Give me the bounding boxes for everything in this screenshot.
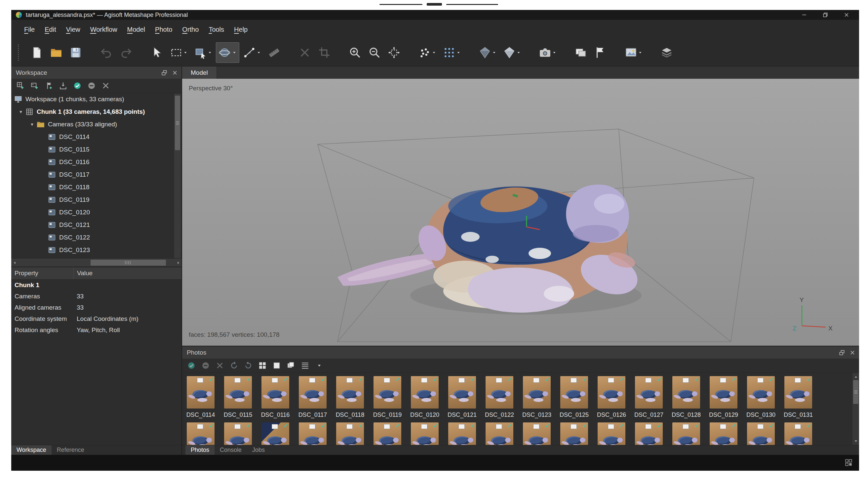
photo-thumbnail-image[interactable]: ✓ bbox=[523, 422, 551, 445]
import-reference-button[interactable] bbox=[57, 80, 70, 92]
caret-down-button[interactable] bbox=[313, 360, 326, 371]
photo-thumb-row2-3[interactable]: ✓ bbox=[261, 422, 290, 445]
photo-thumb-dsc-0123[interactable]: ✓DSC_0123 bbox=[522, 376, 551, 418]
photo-thumb-row2-16[interactable]: ✓ bbox=[746, 422, 775, 445]
photo-thumb-dsc-0120[interactable]: ✓DSC_0120 bbox=[410, 376, 439, 418]
new-project-button[interactable] bbox=[27, 42, 46, 63]
undo-button[interactable] bbox=[97, 42, 116, 63]
photo-thumbnail-image[interactable]: ✓ bbox=[261, 422, 289, 445]
photo-thumbnail-image[interactable]: ✓ bbox=[486, 422, 513, 445]
tree-item-dsc-0114[interactable]: DSC_0114 bbox=[11, 131, 182, 143]
delete-selection-button[interactable] bbox=[296, 42, 314, 63]
minimize-button[interactable] bbox=[794, 10, 815, 20]
photo-thumb-row2-7[interactable]: ✓ bbox=[410, 422, 439, 445]
ruler-button[interactable] bbox=[240, 42, 264, 63]
photos-scroll-thumb[interactable] bbox=[853, 380, 859, 404]
tree-item-dsc-0122[interactable]: DSC_0122 bbox=[11, 231, 182, 244]
photo-thumbnail-image[interactable]: ✓ bbox=[336, 422, 364, 445]
model-viewport[interactable]: Perspective 30° faces: 198,567 vertices:… bbox=[182, 79, 859, 346]
camera-view-button[interactable] bbox=[536, 42, 559, 63]
menu-file[interactable]: File bbox=[19, 26, 40, 33]
photo-thumb-dsc-0117[interactable]: ✓DSC_0117 bbox=[298, 376, 327, 418]
photo-thumbnail-image[interactable]: ✓ bbox=[224, 376, 252, 409]
expander-icon[interactable]: ▾ bbox=[28, 121, 36, 127]
photo-thumb-row2-2[interactable]: ✓ bbox=[223, 422, 252, 445]
disable-item-button[interactable] bbox=[85, 80, 98, 92]
maximize-button[interactable] bbox=[815, 10, 836, 20]
close-panel-button[interactable] bbox=[172, 69, 178, 76]
menu-view[interactable]: View bbox=[61, 26, 85, 33]
tie-points-button[interactable] bbox=[440, 42, 463, 63]
enable-cameras-button[interactable] bbox=[185, 360, 198, 371]
photo-thumbnail-image[interactable]: ✓ bbox=[598, 422, 625, 445]
photo-thumbnail-image[interactable]: ✓ bbox=[336, 376, 364, 409]
tab-photos[interactable]: Photos bbox=[185, 445, 215, 455]
photo-thumbnail-image[interactable]: ✓ bbox=[224, 422, 252, 445]
property-row-rotation-angles[interactable]: Rotation anglesYaw, Pitch, Roll bbox=[11, 325, 182, 336]
tree-item-dsc-0116[interactable]: DSC_0116 bbox=[11, 156, 182, 168]
photo-thumb-dsc-0119[interactable]: ✓DSC_0119 bbox=[373, 376, 402, 418]
photo-thumbnail-image[interactable]: ✓ bbox=[411, 376, 439, 409]
photo-thumb-row2-13[interactable]: ✓ bbox=[634, 422, 663, 445]
photo-thumb-row2-15[interactable]: ✓ bbox=[709, 422, 738, 445]
photo-thumb-dsc-0128[interactable]: ✓DSC_0128 bbox=[672, 376, 701, 418]
scroll-right-arrow-icon[interactable] bbox=[175, 259, 182, 267]
toolbar-drag-handle[interactable] bbox=[18, 44, 22, 61]
rectangle-selection-button[interactable] bbox=[167, 42, 190, 63]
photo-thumb-row2-14[interactable]: ✓ bbox=[672, 422, 701, 445]
details-view-button[interactable] bbox=[299, 360, 312, 371]
move-region-button[interactable] bbox=[191, 42, 215, 63]
menu-help[interactable]: Help bbox=[229, 26, 252, 33]
tree-item-dsc-0117[interactable]: DSC_0117 bbox=[11, 168, 182, 181]
tab-console[interactable]: Console bbox=[215, 445, 247, 455]
tree-item-workspace-1-chunks-33-cameras[interactable]: Workspace (1 chunks, 33 cameras) bbox=[11, 93, 182, 106]
photo-thumb-row2-6[interactable]: ✓ bbox=[373, 422, 402, 445]
photo-thumbnail-image[interactable]: ✓ bbox=[672, 376, 700, 409]
scroll-left-arrow-icon[interactable] bbox=[11, 259, 18, 267]
float-panel-button[interactable] bbox=[839, 349, 845, 356]
photo-thumbnail-image[interactable]: ✓ bbox=[523, 376, 551, 409]
photo-thumbnail-image[interactable]: ✓ bbox=[299, 422, 327, 445]
tree-item-dsc-0119[interactable]: DSC_0119 bbox=[11, 193, 182, 206]
zoom-out-button[interactable] bbox=[365, 42, 384, 63]
photo-thumb-row2-8[interactable]: ✓ bbox=[447, 422, 477, 445]
photo-thumb-row2-1[interactable]: ✓ bbox=[186, 422, 215, 445]
reset-view-button[interactable] bbox=[385, 42, 403, 63]
scroll-down-arrow-icon[interactable] bbox=[852, 437, 859, 445]
photo-thumbnail-image[interactable]: ✓ bbox=[710, 376, 738, 409]
photo-thumbnail-image[interactable]: ✓ bbox=[486, 376, 513, 409]
add-photos-button[interactable] bbox=[28, 80, 41, 92]
photo-thumb-dsc-0121[interactable]: ✓DSC_0121 bbox=[447, 376, 477, 418]
tree-horizontal-scrollbar[interactable] bbox=[11, 259, 182, 267]
photo-thumbnail-image[interactable]: ✓ bbox=[373, 422, 401, 445]
menu-model[interactable]: Model bbox=[122, 26, 150, 33]
navigation-arrow-button[interactable] bbox=[148, 42, 166, 63]
save-project-button[interactable] bbox=[66, 42, 85, 63]
photo-thumbnail-image[interactable]: ✓ bbox=[635, 422, 663, 445]
menu-edit[interactable]: Edit bbox=[40, 26, 61, 33]
model-3d-scene[interactable] bbox=[182, 79, 859, 346]
property-row-cameras[interactable]: Cameras33 bbox=[11, 291, 182, 302]
photo-thumbnail-image[interactable]: ✓ bbox=[448, 422, 476, 445]
photo-thumb-dsc-0118[interactable]: ✓DSC_0118 bbox=[336, 376, 365, 418]
photo-thumb-dsc-0125[interactable]: ✓DSC_0125 bbox=[560, 376, 589, 418]
menu-ortho[interactable]: Ortho bbox=[177, 26, 204, 33]
close-panel-button[interactable] bbox=[849, 349, 856, 356]
tree-item-dsc-0118[interactable]: DSC_0118 bbox=[11, 181, 182, 193]
crop-selection-button[interactable] bbox=[315, 42, 334, 63]
show-photos-button[interactable] bbox=[571, 42, 590, 63]
tab-workspace[interactable]: Workspace bbox=[11, 445, 52, 455]
image-view-button[interactable] bbox=[270, 360, 283, 371]
tree-item-chunk-1-33-cameras-14-683-points[interactable]: ▾Chunk 1 (33 cameras, 14,683 points) bbox=[11, 106, 182, 118]
texture-view-button[interactable] bbox=[622, 42, 645, 63]
tree-item-dsc-0123[interactable]: DSC_0123 bbox=[11, 244, 182, 256]
photo-thumbnail-image[interactable]: ✓ bbox=[560, 422, 588, 445]
property-row-coordinate-system[interactable]: Coordinate systemLocal Coordinates (m) bbox=[11, 313, 182, 325]
model-shaded-button[interactable] bbox=[476, 42, 499, 63]
window-layout-button[interactable] bbox=[844, 458, 853, 467]
photo-thumbnail-image[interactable]: ✓ bbox=[448, 376, 476, 409]
enable-item-button[interactable] bbox=[71, 80, 84, 92]
menu-tools[interactable]: Tools bbox=[204, 26, 229, 33]
title-bar[interactable]: tartaruga_alessandra.psx* — Agisoft Meta… bbox=[11, 10, 859, 20]
float-panel-button[interactable] bbox=[161, 69, 167, 76]
